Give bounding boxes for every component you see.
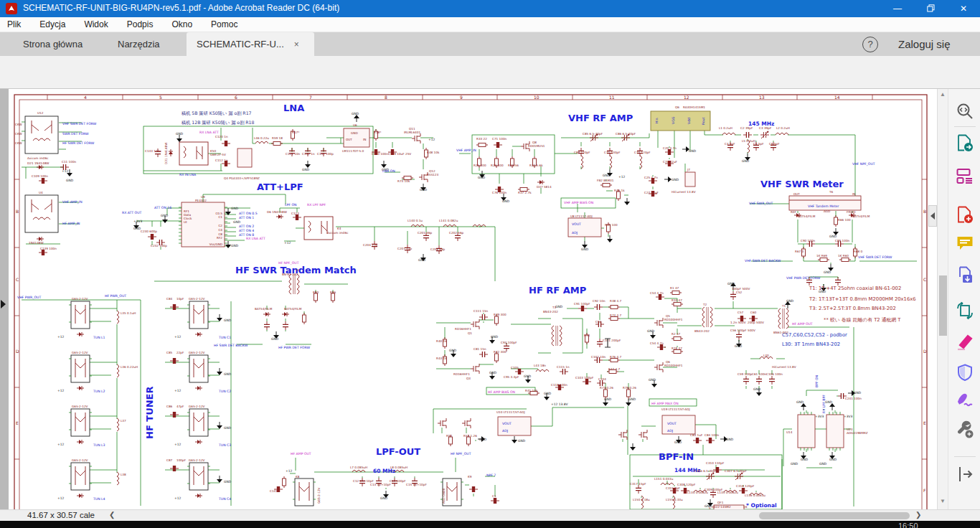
schematic-part-ind — [776, 133, 788, 135]
menu-widok[interactable]: Widok — [84, 19, 108, 29]
schematic-label: CKW — [15, 132, 22, 136]
schematic-label: R18* — [374, 131, 381, 134]
panel-divider — [954, 456, 976, 457]
schematic-label: L8 0.085uH — [390, 466, 407, 469]
schematic-part-rly2 — [25, 195, 58, 232]
vertical-scroll-thumb[interactable] — [939, 275, 947, 336]
combine-files-icon[interactable] — [956, 265, 974, 284]
schematic-part-diode — [276, 214, 283, 219]
schematic-part-capf — [578, 306, 587, 311]
schematic-label: TUN L1 — [93, 336, 105, 339]
close-button[interactable]: ✕ — [947, 0, 980, 17]
tab-home[interactable]: Strona główna — [13, 32, 93, 56]
expand-panel-icon[interactable] — [956, 465, 974, 484]
search-document-icon[interactable] — [956, 102, 974, 121]
schematic-label: +3V3 — [815, 415, 824, 418]
schematic-label: BPF-IN — [659, 451, 694, 462]
schematic-part-krelay — [304, 217, 333, 240]
schematic-label: ADJ — [502, 429, 508, 433]
scroll-left-icon[interactable]: ❮ — [109, 511, 115, 519]
schematic-label: * Optional — [746, 502, 777, 509]
vertical-scrollbar[interactable]: ▲ ▼ — [937, 89, 948, 509]
schematic-label: GND — [351, 131, 358, 135]
schematic-part-diode — [282, 312, 289, 316]
schematic-label: C92 10n — [593, 299, 606, 303]
schematic-label: HF AMP_IN — [62, 222, 80, 226]
scroll-down-icon[interactable]: ▼ — [940, 498, 946, 504]
schematic-part-cap — [479, 352, 488, 357]
schematic-part-icReg — [498, 417, 531, 435]
horizontal-scroll-thumb[interactable] — [759, 512, 910, 519]
schematic-label: C307 6.5-30pF — [725, 469, 747, 473]
menu-pomoc[interactable]: Pomoc — [211, 19, 237, 29]
schematic-label: C5 5pF — [753, 142, 764, 146]
tab-tools[interactable]: Narzędzia — [108, 32, 170, 56]
schematic-label: GND — [628, 397, 636, 401]
schematic-label: J7 — [687, 168, 690, 171]
schematic-label: C76 100n — [492, 191, 507, 194]
schematic-part-icU14 — [826, 412, 844, 451]
schematic-label: HF SWR DET FORW — [62, 141, 95, 145]
scroll-up-icon[interactable]: ▲ — [940, 91, 946, 98]
schematic-label: C133 100n — [145, 149, 161, 153]
schematic-label: GND — [518, 439, 526, 443]
schematic-part-cap — [743, 132, 752, 138]
schematic-label: GND — [420, 188, 428, 192]
nav-pane-arrow-icon[interactable] — [1, 300, 6, 308]
schematic-label: C232 100p — [151, 244, 167, 248]
schematic-label: R56 — [330, 291, 336, 294]
schematic-label: GND — [727, 282, 735, 286]
sign-in-link[interactable]: Zaloguj się — [898, 38, 951, 50]
schematic-part-diode — [37, 165, 44, 169]
menu-okno[interactable]: Okno — [171, 19, 192, 29]
schematic-part-capf — [170, 466, 179, 471]
menu-plik[interactable]: Plik — [7, 19, 21, 29]
schematic-label: L141 0.082u — [439, 219, 458, 222]
schematic-part-capf — [222, 141, 230, 146]
schematic-label: +12 13.8V — [551, 402, 567, 406]
collapse-tools-panel-button[interactable] — [928, 205, 937, 227]
schematic-label: VHF AMP BIAS ON — [564, 201, 593, 204]
help-icon[interactable]: ? — [862, 37, 878, 52]
schematic-part-rly — [187, 355, 210, 382]
schematic-label: +12 — [286, 469, 292, 473]
schematic-label: BAT54/FILM — [852, 214, 870, 218]
comment-tool-icon[interactable] — [956, 234, 974, 253]
menu-edycja[interactable]: Edycja — [39, 19, 65, 29]
schematic-label: R37 2.7k — [518, 191, 532, 194]
schematic-label: C3 39pF — [759, 126, 772, 130]
schematic-label: VGG — [672, 116, 675, 124]
schematic-label: GND — [524, 374, 532, 378]
restore-button[interactable] — [914, 0, 947, 17]
schematic-label: G6S-2-12V — [189, 405, 205, 408]
schematic-label: L35 0.1uH — [121, 311, 136, 315]
schematic-page[interactable]: LNAATT+LPFVHF RF AMPVHF SWR MeterHF SWR … — [9, 89, 937, 509]
schematic-part-capf — [491, 498, 499, 504]
schematic-label: U12 — [37, 111, 44, 115]
schematic-label: RF1 — [184, 209, 189, 213]
minimize-button[interactable]: — — [881, 0, 914, 17]
scroll-right-icon[interactable]: ❯ — [915, 511, 921, 519]
create-pdf-icon[interactable] — [956, 205, 974, 224]
taskbar[interactable]: 16:50 — [0, 521, 980, 528]
schematic-label: IN — [852, 192, 855, 196]
panel-fill-sign-icon[interactable] — [956, 390, 974, 409]
schematic-part-gnd — [624, 198, 630, 205]
export-pdf-icon[interactable] — [956, 133, 974, 152]
redact-icon[interactable] — [956, 333, 974, 352]
protect-icon[interactable] — [956, 363, 974, 382]
more-tools-icon[interactable] — [956, 420, 974, 439]
schematic-label: GND — [854, 391, 862, 395]
schematic-label: L7 0.085uH — [350, 466, 367, 469]
tab-document[interactable]: SCHEMATIC-RF-U...× — [187, 32, 314, 56]
edit-pdf-icon[interactable] — [956, 166, 974, 185]
schematic-label: GND — [302, 168, 310, 171]
schematic-label: 稿机 5B 簾研 K50隨い 漏 o剧 R17 — [182, 110, 252, 116]
organize-pages-icon[interactable] — [956, 301, 974, 320]
schematic-label: U6 — [353, 123, 357, 127]
schematic-label: GND — [604, 397, 612, 401]
schematic-label: BAT54/FILM — [255, 307, 273, 311]
tab-close-icon[interactable]: × — [294, 39, 299, 50]
schematic-label: C120 1n — [215, 135, 228, 138]
menu-podpis[interactable]: Podpis — [127, 19, 154, 29]
